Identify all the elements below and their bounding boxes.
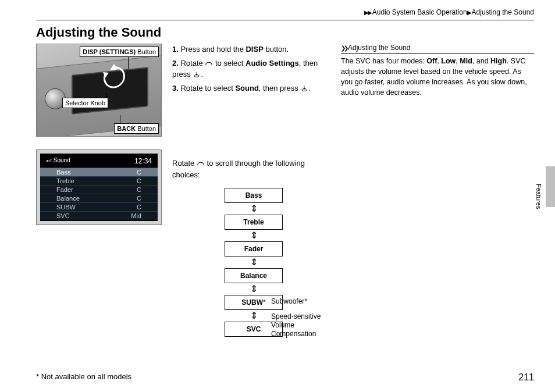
page-title: Adjusting the Sound (36, 25, 534, 40)
ss-row: TrebleC (40, 176, 158, 185)
ss-title: Sound (54, 157, 70, 163)
info-arrow-icon: ❯❯ (341, 45, 347, 51)
svg-marker-8 (197, 165, 198, 166)
callout-selector: Selector Knob (62, 98, 108, 108)
updown-arrow-icon: ⇕ (201, 230, 306, 241)
flow-treble: Treble (225, 215, 283, 230)
svg-marker-3 (212, 64, 213, 65)
callout-disp-bold: DISP (SETTINGS) (83, 48, 136, 55)
breadcrumb-arrow-icon: ▶▶ (364, 9, 371, 16)
ss-row: BalanceC (40, 194, 158, 202)
ss-row: FaderC (40, 185, 158, 194)
page-number: 211 (518, 372, 534, 383)
scroll-intro: Rotate to scroll through the following c… (172, 158, 330, 180)
callout-back: BACK Button (114, 123, 159, 134)
ss-row: BassC (40, 168, 158, 176)
updown-arrow-icon: ⇕ (201, 283, 306, 295)
callout-back-bold: BACK (117, 125, 136, 132)
flow-subw-label: Subwoofer* (271, 297, 307, 306)
dashboard-illustration: DISP (SETTINGS) Button Selector Knob BAC… (36, 44, 162, 137)
divider (36, 20, 534, 20)
breadcrumb-arrow-icon: ▶ (467, 9, 471, 16)
instruction-steps: 1. Press and hold the DISP button. 2. Ro… (172, 44, 330, 94)
info-heading: ❯❯ Adjusting the Sound (341, 44, 534, 54)
footnote: * Not available on all models (36, 372, 131, 383)
section-tab (546, 166, 555, 207)
updown-arrow-icon: ⇕ (201, 203, 306, 215)
callout-selector-text: Selector Knob (65, 99, 105, 106)
section-tab-label: Features (535, 184, 542, 209)
breadcrumb-seg1: Audio System Basic Operation (372, 8, 467, 16)
ss-back-icon: ⮐ Sound (46, 157, 70, 165)
ss-row: SUBWC (40, 202, 158, 211)
rotate-icon (205, 60, 213, 67)
ss-time: 12:34 (134, 157, 152, 165)
sound-menu-screenshot: ⮐ Sound 12:34 BassC TrebleC FaderC Balan… (36, 149, 162, 225)
callout-disp: DISP (SETTINGS) Button (80, 47, 159, 57)
rotate-arrow-icon (101, 63, 127, 92)
callout-disp-suffix: Button (136, 48, 156, 55)
rotate-icon (197, 160, 205, 167)
press-icon (193, 71, 201, 78)
flow-bass: Bass (225, 188, 283, 203)
flow-svc-label: Speed-sensitive Volume Compensation (271, 312, 321, 338)
press-icon (300, 85, 308, 92)
flow-fader: Fader (225, 241, 283, 256)
callout-back-suffix: Button (136, 125, 156, 132)
info-body: The SVC has four modes: Off, Low, Mid, a… (341, 54, 534, 98)
breadcrumb-seg2: Adjusting the Sound (472, 8, 534, 16)
svg-marker-2 (205, 64, 207, 65)
svg-marker-9 (203, 165, 204, 166)
breadcrumb: ▶▶Audio System Basic Operation▶Adjusting… (36, 8, 534, 20)
ss-row: SVCMid (40, 211, 158, 220)
info-heading-text: Adjusting the Sound (348, 44, 410, 52)
updown-arrow-icon: ⇕ (201, 256, 306, 268)
flow-balance: Balance (225, 268, 283, 283)
